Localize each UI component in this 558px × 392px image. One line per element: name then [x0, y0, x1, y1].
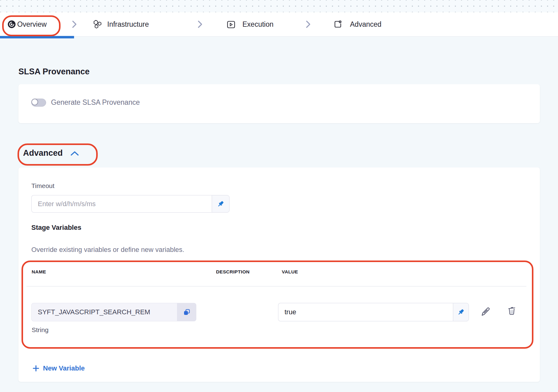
column-header-name: NAME [32, 269, 46, 275]
variable-value-group [278, 303, 469, 321]
copy-variable-button[interactable] [177, 303, 196, 321]
tab-execution-label: Execution [242, 20, 273, 29]
tab-advanced[interactable]: Advanced [333, 12, 395, 36]
variable-type-label: String [32, 326, 49, 334]
variable-name-group [31, 303, 196, 321]
timeout-input-group [31, 195, 230, 213]
table-header-divider [26, 286, 526, 287]
overview-icon [7, 20, 16, 29]
tab-separator-chevron-icon [306, 20, 311, 28]
slsa-provenance-heading: SLSA Provenance [18, 67, 90, 76]
execution-icon [226, 20, 236, 29]
tab-overview[interactable]: Overview [0, 12, 74, 36]
delete-variable-button[interactable] [506, 305, 518, 318]
advanced-section-card: Timeout Stage Variables Override existin… [18, 167, 540, 382]
dotted-canvas-strip [0, 0, 558, 12]
tab-advanced-label: Advanced [350, 20, 381, 29]
timeout-pin-button[interactable] [212, 195, 230, 213]
pin-icon [457, 308, 465, 316]
tab-infrastructure-label: Infrastructure [107, 20, 149, 29]
new-variable-button[interactable]: New Variable [31, 364, 87, 373]
trash-icon [506, 305, 518, 317]
pin-icon [217, 200, 225, 208]
plus-icon [33, 365, 39, 372]
copy-icon [183, 308, 191, 316]
tab-execution[interactable]: Execution [226, 12, 283, 36]
toggle-knob [31, 99, 38, 105]
slsa-provenance-card: Generate SLSA Provenance [18, 84, 540, 123]
tab-separator-chevron-icon [198, 20, 202, 28]
tab-overview-label: Overview [17, 20, 47, 29]
timeout-label: Timeout [31, 182, 54, 190]
column-header-description: DESCRIPTION [216, 269, 250, 275]
advanced-section-toggle[interactable]: Advanced [23, 148, 79, 158]
chevron-up-icon [70, 150, 79, 156]
infrastructure-icon [92, 19, 103, 29]
generate-slsa-toggle-label: Generate SLSA Provenance [51, 98, 140, 107]
generate-slsa-toggle[interactable] [31, 99, 46, 107]
stage-variables-heading: Stage Variables [31, 224, 81, 232]
timeout-input[interactable] [31, 195, 212, 213]
tab-separator-chevron-icon [72, 20, 77, 28]
advanced-gear-icon [333, 20, 343, 29]
advanced-heading-label: Advanced [23, 148, 63, 158]
variable-name-input[interactable] [31, 303, 177, 321]
variable-value-input[interactable] [278, 303, 453, 321]
stage-tabbar: Overview Infrastructure Execution [0, 12, 558, 37]
stage-variables-description: Override existing variables or define ne… [31, 246, 184, 254]
pencil-icon [479, 306, 492, 318]
tab-infrastructure[interactable]: Infrastructure [92, 12, 157, 36]
new-variable-label: New Variable [43, 364, 85, 372]
column-header-value: VALUE [282, 269, 298, 275]
edit-variable-button[interactable] [479, 306, 492, 319]
value-pin-button[interactable] [453, 303, 469, 321]
active-tab-underline [0, 36, 74, 38]
